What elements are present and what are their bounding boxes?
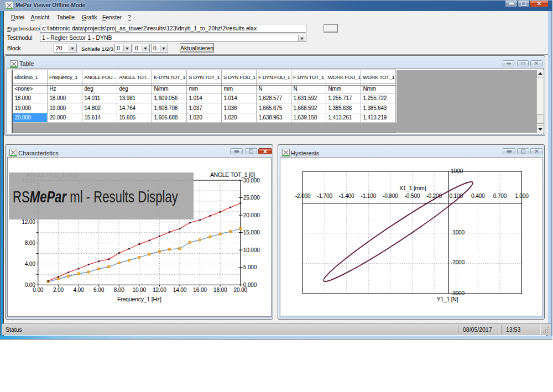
svg-text:0.700: 0.700 [493,193,507,199]
svg-text:ANGLE TOT_1 [0]: ANGLE TOT_1 [0] [210,171,255,178]
svg-text:-1.700: -1.700 [317,193,332,199]
svg-text:8.00: 8.00 [114,287,125,293]
svg-text:16.00: 16.00 [193,287,207,293]
svg-text:2.00: 2.00 [53,287,64,293]
svg-text:18.00: 18.00 [213,287,227,293]
svg-text:15.000: 15.000 [243,229,260,236]
svg-text:X1_1 [mm]: X1_1 [mm] [399,185,426,191]
svg-text:1000: 1000 [451,168,463,174]
svg-text:0.00: 0.00 [33,287,44,293]
svg-text:-0.800: -0.800 [383,193,398,199]
svg-text:30.000: 30.000 [243,177,260,184]
svg-text:5.000: 5.000 [243,264,257,270]
svg-text:-2.000: -2.000 [295,193,311,199]
svg-text:-1.400: -1.400 [339,193,354,199]
svg-text:6.00: 6.00 [93,287,105,293]
svg-text:4.00: 4.00 [25,261,36,267]
svg-text:Y1_1 [N]: Y1_1 [N] [437,296,458,302]
svg-text:12.00: 12.00 [153,287,166,293]
svg-text:-2000: -2000 [451,259,465,265]
svg-text:0.400: 0.400 [471,193,485,199]
svg-text:8.00: 8.00 [25,240,36,246]
svg-text:1.000: 1.000 [515,193,529,199]
svg-text:20.000: 20.000 [243,212,260,218]
svg-text:-1000: -1000 [451,229,465,236]
svg-text:-1.100: -1.100 [361,193,376,199]
svg-text:25.000: 25.000 [243,195,260,201]
svg-text:4.00: 4.00 [73,287,84,293]
svg-text:Frequency_1 [Hz]: Frequency_1 [Hz] [117,296,161,302]
svg-text:10.00: 10.00 [133,287,147,293]
svg-text:20.00: 20.00 [234,287,248,293]
svg-text:10.000: 10.000 [243,247,260,253]
svg-text:-0.500: -0.500 [405,193,420,199]
svg-text:14.00: 14.00 [173,287,187,293]
